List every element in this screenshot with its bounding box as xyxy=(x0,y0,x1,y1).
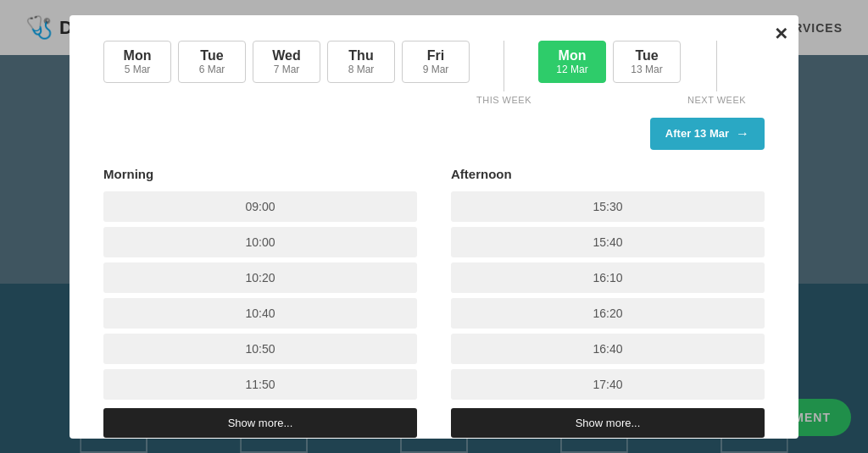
divider-line xyxy=(504,41,504,91)
slot-morning-3[interactable]: 10:40 xyxy=(103,298,417,329)
appointment-modal: ✕ Mon 5 Mar Tue 6 Mar Wed 7 xyxy=(70,15,798,439)
next-week-divider: NEXT WEEK xyxy=(687,41,746,109)
next-week-label: NEXT WEEK xyxy=(687,95,746,105)
this-week-label: THIS WEEK xyxy=(476,95,531,105)
modal-close-button[interactable]: ✕ xyxy=(774,24,788,44)
slot-morning-2[interactable]: 10:20 xyxy=(103,262,417,293)
divider-line-2 xyxy=(716,41,717,91)
after-date-label: After 13 Mar xyxy=(665,127,729,140)
morning-show-more-button[interactable]: Show more... xyxy=(103,408,417,438)
day-selector: Mon 5 Mar Tue 6 Mar Wed 7 Mar xyxy=(103,41,765,109)
day-btn-fri9[interactable]: Fri 9 Mar xyxy=(402,41,470,83)
slot-afternoon-2[interactable]: 16:10 xyxy=(451,262,765,293)
day-btn-wed7[interactable]: Wed 7 Mar xyxy=(253,41,320,83)
arrow-icon: → xyxy=(736,126,749,141)
this-week-divider: THIS WEEK xyxy=(476,41,531,109)
day-btn-mon5[interactable]: Mon 5 Mar xyxy=(103,41,171,83)
slot-morning-4[interactable]: 10:50 xyxy=(103,334,417,364)
day-btn-thu8[interactable]: Thu 8 Mar xyxy=(327,41,395,83)
day-btn-tue6[interactable]: Tue 6 Mar xyxy=(178,41,246,83)
day-btn-mon12[interactable]: Mon 12 Mar xyxy=(538,41,606,83)
morning-column: Morning 09:00 10:00 10:20 10:40 10:50 11… xyxy=(103,167,417,438)
afternoon-header: Afternoon xyxy=(451,167,765,181)
day-btn-tue13[interactable]: Tue 13 Mar xyxy=(613,41,681,83)
afternoon-column: Afternoon 15:30 15:40 16:10 16:20 16:40 … xyxy=(451,167,765,438)
slot-afternoon-4[interactable]: 16:40 xyxy=(451,334,765,364)
slot-afternoon-1[interactable]: 15:40 xyxy=(451,227,765,257)
afternoon-show-more-button[interactable]: Show more... xyxy=(451,408,765,438)
slot-morning-1[interactable]: 10:00 xyxy=(103,227,417,257)
after-date-button[interactable]: After 13 Mar → xyxy=(650,118,765,150)
slot-morning-0[interactable]: 09:00 xyxy=(103,191,417,222)
slot-morning-5[interactable]: 11:50 xyxy=(103,369,417,400)
slot-afternoon-0[interactable]: 15:30 xyxy=(451,191,765,222)
slot-afternoon-5[interactable]: 17:40 xyxy=(451,369,765,400)
modal-overlay: ✕ Mon 5 Mar Tue 6 Mar Wed 7 xyxy=(0,0,868,453)
morning-header: Morning xyxy=(103,167,417,181)
after-date-row: After 13 Mar → xyxy=(103,118,765,150)
slots-container: Morning 09:00 10:00 10:20 10:40 10:50 11… xyxy=(103,167,765,438)
slot-afternoon-3[interactable]: 16:20 xyxy=(451,298,765,329)
